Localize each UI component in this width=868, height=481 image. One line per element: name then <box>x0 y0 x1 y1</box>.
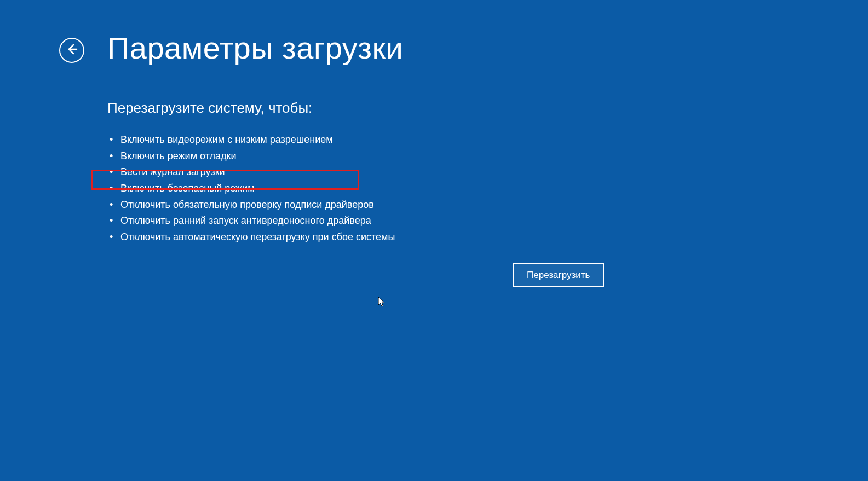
list-item: Вести журнал загрузки <box>107 164 868 181</box>
list-item: Включить режим отладки <box>107 148 868 165</box>
list-item: Включить видеорежим с низким разрешением <box>107 132 868 148</box>
list-item: Отключить обязательную проверку подписи … <box>107 197 868 213</box>
list-item: Отключить автоматическую перезагрузку пр… <box>107 229 868 246</box>
restart-button[interactable]: Перезагрузить <box>513 263 604 287</box>
list-item: Отключить ранний запуск антивредоносного… <box>107 213 868 229</box>
cursor-icon <box>378 297 386 308</box>
subtitle: Перезагрузите систему, чтобы: <box>107 100 868 117</box>
options-list: Включить видеорежим с низким разрешением… <box>107 132 868 246</box>
back-button[interactable] <box>59 38 84 63</box>
back-arrow-icon <box>65 43 78 58</box>
page-title: Параметры загрузки <box>107 30 403 66</box>
list-item: Включить безопасный режим <box>107 181 868 197</box>
